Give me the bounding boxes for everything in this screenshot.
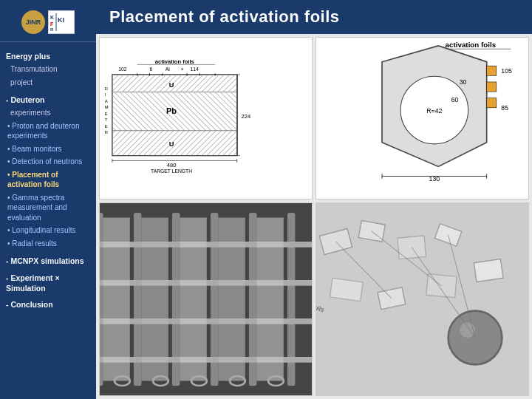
svg-text:K: K [50, 15, 54, 20]
svg-text:60: 60 [451, 96, 459, 103]
sidebar-proton[interactable]: Proton and deuteron experiments [0, 120, 96, 143]
svg-text:114: 114 [190, 66, 199, 72]
svg-text:6: 6 [150, 66, 153, 72]
svg-text:D: D [105, 86, 108, 91]
svg-rect-86 [330, 278, 363, 301]
sidebar-transmutation[interactable]: Transmutation [0, 63, 96, 76]
svg-rect-21 [112, 75, 237, 92]
svg-text:30: 30 [460, 78, 467, 86]
main-content: Placement of activation foils activation… [96, 0, 532, 399]
sidebar-mcnpx[interactable]: - MCNPX simulations [0, 254, 96, 267]
sidebar-placement[interactable]: Placement of activation foils [0, 168, 96, 191]
sidebar-radial[interactable]: Radial results [0, 237, 96, 250]
svg-text:M: M [105, 105, 109, 109]
svg-rect-72 [141, 218, 168, 381]
svg-rect-89 [474, 259, 503, 282]
sidebar-experiments[interactable]: experiments [0, 106, 96, 120]
svg-text:E: E [105, 112, 108, 116]
svg-text:I: I [105, 92, 106, 97]
kfki-logo: K F KI R [48, 10, 75, 34]
content-area: activation foils 102 6 Al × 114 D I A M … [96, 34, 532, 399]
svg-rect-74 [218, 218, 245, 381]
svg-text:KI: KI [58, 16, 64, 24]
sidebar-project[interactable]: project [0, 76, 96, 89]
svg-text:E: E [105, 124, 108, 129]
svg-text:U: U [169, 140, 174, 148]
svg-text:U: U [169, 81, 174, 89]
svg-rect-73 [180, 218, 206, 381]
svg-text:105: 105 [501, 67, 512, 75]
svg-rect-75 [256, 218, 283, 381]
svg-text:Pb: Pb [166, 106, 177, 115]
svg-text:102: 102 [118, 66, 127, 72]
svg-text:F: F [50, 21, 54, 27]
svg-text:activation foils: activation foils [155, 58, 194, 65]
svg-text:480: 480 [167, 162, 177, 168]
svg-rect-51 [487, 98, 497, 108]
right-photo: activation foils [316, 202, 529, 396]
svg-text:R: R [105, 130, 108, 134]
sidebar-gamma[interactable]: Gamma spectra measurement and evaluation [0, 191, 96, 225]
svg-text:85: 85 [501, 104, 508, 112]
cross-section-diagram: activation foils 102 6 Al × 114 D I A M … [99, 37, 313, 200]
sidebar-longitudinal[interactable]: Longitudinal results [0, 224, 96, 237]
svg-rect-25 [112, 131, 237, 156]
bottom-photos: activation foils [99, 202, 529, 396]
svg-text:A: A [105, 99, 108, 103]
page-title: Placement of activation foils [96, 0, 532, 34]
sidebar-energy-plus[interactable]: Energy plus [0, 50, 96, 63]
sidebar-detection[interactable]: Detection of neutrons [0, 155, 96, 168]
jinr-logo: JINR [21, 10, 45, 34]
left-photo [99, 202, 313, 396]
svg-rect-49 [487, 66, 497, 75]
svg-text:R: R [50, 27, 54, 32]
sidebar-beam-monitors[interactable]: Beam monitors [0, 143, 96, 156]
sidebar: JINR K F KI R Energy plus Transmutation … [0, 0, 96, 399]
svg-text:T: T [105, 117, 108, 122]
top-diagrams: activation foils 102 6 Al × 114 D I A M … [99, 37, 529, 200]
svg-text:activation foils: activation foils [446, 41, 497, 49]
sidebar-deuteron[interactable]: - Deuteron [0, 93, 96, 106]
svg-rect-71 [103, 218, 129, 381]
svg-text:×: × [181, 66, 184, 72]
svg-text:224: 224 [242, 113, 251, 120]
svg-text:TARGET LENGTH: TARGET LENGTH [151, 168, 192, 174]
sidebar-conclusion[interactable]: - Conclusion [0, 298, 96, 311]
svg-text:R=42: R=42 [426, 107, 442, 115]
svg-text:Al: Al [166, 66, 171, 72]
logos: JINR K F KI R [0, 6, 96, 42]
svg-rect-50 [487, 82, 497, 92]
sidebar-experiment-sim[interactable]: - Experiment × Simulation [0, 271, 96, 295]
top-view-diagram: activation foils R=42 105 85 30 60 [316, 37, 529, 200]
